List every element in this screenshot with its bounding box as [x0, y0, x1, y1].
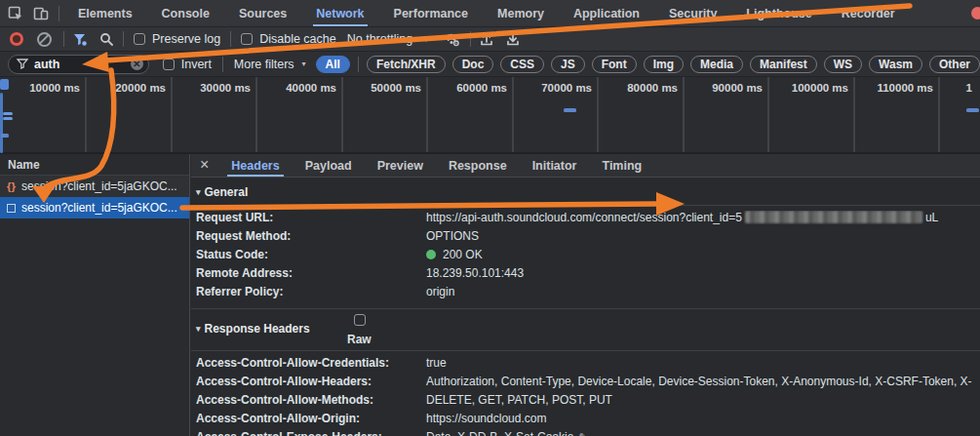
raw-checkbox[interactable]: [354, 314, 366, 326]
filter-type-wasm[interactable]: Wasm: [869, 56, 922, 73]
filter-type-doc[interactable]: Doc: [452, 56, 494, 73]
header-value: https://soundcloud.com: [426, 412, 980, 425]
filter-type-fetch-xhr[interactable]: Fetch/XHR: [367, 56, 446, 73]
name-column-header[interactable]: Name: [0, 154, 189, 176]
gridline: [85, 77, 87, 152]
response-headers-section-header[interactable]: ▾ Response Headers Raw: [191, 309, 980, 350]
preserve-log-checkbox[interactable]: [134, 33, 145, 45]
response-headers-title: Response Headers: [205, 322, 310, 336]
filter-type-other[interactable]: Other: [929, 56, 980, 73]
header-key: Access-Control-Expose-Headers:: [196, 430, 426, 436]
divider: [230, 31, 231, 47]
filter-type-manifest[interactable]: Manifest: [750, 56, 817, 73]
gridline: [597, 77, 599, 152]
search-icon[interactable]: [99, 32, 113, 46]
header-value: Authorization, Content-Type, Device-Loca…: [426, 375, 980, 388]
status-green-dot: [426, 250, 436, 259]
error-count-badge[interactable]: [971, 7, 980, 20]
preserve-log-label: Preserve log: [152, 32, 220, 46]
disable-cache-checkbox[interactable]: [241, 33, 253, 45]
chevron-down-icon[interactable]: ▾: [424, 35, 428, 44]
divider: [191, 205, 980, 206]
request-mark: [1, 134, 9, 138]
tab-console[interactable]: Console: [147, 0, 224, 26]
filter-type-media[interactable]: Media: [690, 56, 743, 73]
request-mark: [3, 117, 13, 120]
timeline-tick: 40000 ms: [258, 82, 336, 94]
record-icon[interactable]: [10, 32, 23, 46]
row-key: Remote Address:: [196, 266, 426, 280]
chevron-down-icon[interactable]: ▾: [302, 59, 306, 68]
tab-sources[interactable]: Sources: [224, 0, 301, 26]
gridline: [255, 77, 257, 152]
request-details-panel: × Headers Payload Preview Response Initi…: [191, 154, 980, 436]
filter-type-css[interactable]: CSS: [500, 56, 544, 73]
response-header-row: Access-Control-Expose-Headers: Date, X-D…: [191, 428, 980, 436]
general-row-referrer-policy: Referrer Policy: origin: [191, 283, 980, 301]
header-value: Date, X-DD-B, X-Set-Cookie✎: [426, 430, 980, 436]
divider: [470, 31, 471, 47]
tab-headers[interactable]: Headers: [218, 154, 292, 177]
tab-memory[interactable]: Memory: [483, 0, 559, 26]
invert-label: Invert: [181, 58, 212, 71]
header-value: true: [426, 356, 980, 370]
inspect-element-icon[interactable]: [8, 6, 23, 21]
tab-initiator[interactable]: Initiator: [520, 154, 590, 177]
filter-type-all[interactable]: All: [316, 56, 350, 73]
more-filters-button[interactable]: More filters: [234, 58, 294, 71]
divider: [63, 31, 64, 47]
redacted-client-id: [745, 211, 922, 223]
divider: [358, 57, 359, 72]
header-key: Access-Control-Allow-Credentials:: [196, 356, 426, 370]
status-code-value: 200 OK: [426, 248, 980, 261]
tab-performance[interactable]: Performance: [379, 0, 483, 26]
tab-preview[interactable]: Preview: [365, 154, 436, 177]
filter-type-font[interactable]: Font: [592, 56, 637, 73]
filter-funnel-icon[interactable]: [72, 32, 88, 47]
clear-filter-icon[interactable]: ✕: [131, 58, 143, 70]
timeline-tick: 30000 ms: [173, 82, 251, 94]
tab-lighthouse[interactable]: Lighthouse: [731, 0, 826, 26]
tab-network[interactable]: Network: [301, 0, 378, 26]
row-key: Request URL:: [196, 211, 426, 224]
device-toolbar-icon[interactable]: [33, 6, 49, 21]
devtools-tabbar: Elements Console Sources Network Perform…: [0, 0, 980, 27]
timeline-tick: 50000 ms: [343, 82, 421, 94]
general-section-title: General: [205, 185, 249, 199]
network-conditions-icon[interactable]: [444, 32, 461, 47]
edit-pencil-icon[interactable]: ✎: [578, 431, 587, 436]
gridline: [426, 77, 428, 152]
general-row-request-url: Request URL: https://api-auth.soundcloud…: [191, 208, 980, 226]
request-list-panel: Name {} session?client_id=5jaGKOC... ses…: [0, 154, 190, 436]
gridline: [767, 77, 769, 152]
filter-funnel-small-icon: [17, 59, 28, 72]
timeline-tick-partial: 1: [894, 82, 972, 94]
timeline-left-handle[interactable]: [0, 93, 3, 153]
raw-label: Raw: [347, 333, 372, 346]
filter-input[interactable]: [8, 55, 149, 74]
tab-payload[interactable]: Payload: [293, 154, 365, 177]
request-method-value: OPTIONS: [426, 229, 980, 243]
disable-cache-label: Disable cache: [259, 32, 336, 46]
request-row-selected[interactable]: session?client_id=5jaGKOC...: [0, 197, 189, 218]
filter-type-js[interactable]: JS: [551, 56, 585, 73]
general-section-header[interactable]: ▾ General: [191, 178, 980, 205]
tab-elements[interactable]: Elements: [63, 0, 147, 26]
clear-icon[interactable]: [37, 32, 52, 47]
response-header-row: Access-Control-Allow-Origin: https://sou…: [191, 410, 980, 428]
tab-security[interactable]: Security: [654, 0, 731, 26]
close-icon[interactable]: ×: [191, 156, 218, 176]
export-har-icon[interactable]: [506, 32, 520, 47]
throttling-select[interactable]: No throttling: [347, 32, 412, 46]
tab-response[interactable]: Response: [436, 154, 520, 177]
row-key: Referrer Policy:: [196, 285, 426, 298]
request-row[interactable]: {} session?client_id=5jaGKOC...: [0, 176, 189, 197]
import-har-icon[interactable]: [480, 32, 493, 47]
network-overview-timeline[interactable]: 10000 ms 20000 ms 30000 ms 40000 ms 5000…: [0, 77, 980, 154]
filter-type-ws[interactable]: WS: [824, 56, 862, 73]
tab-timing[interactable]: Timing: [589, 154, 654, 177]
tab-recorder[interactable]: Recorder: [827, 0, 910, 26]
tab-application[interactable]: Application: [559, 0, 654, 26]
filter-type-img[interactable]: Img: [644, 56, 684, 73]
invert-checkbox[interactable]: [163, 59, 175, 70]
